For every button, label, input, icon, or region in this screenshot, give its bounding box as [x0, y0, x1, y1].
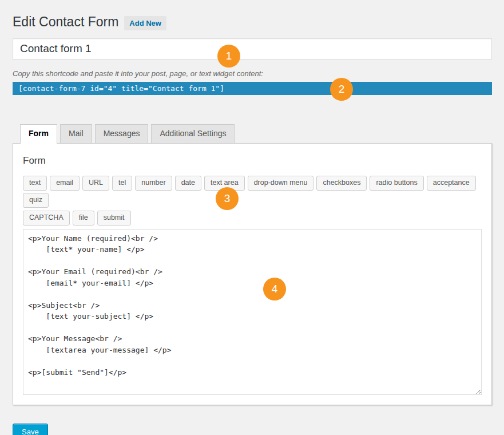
tag-button-file[interactable]: file — [73, 211, 94, 226]
shortcode-input[interactable] — [13, 82, 492, 95]
tag-button-text-area[interactable]: text area — [204, 176, 245, 191]
tag-button-captcha[interactable]: CAPTCHA — [23, 211, 70, 226]
tag-button-checkboxes[interactable]: checkboxes — [316, 176, 367, 191]
tab-additional-settings[interactable]: Additional Settings — [151, 124, 235, 143]
tag-button-email[interactable]: email — [50, 176, 80, 191]
tab-messages[interactable]: Messages — [95, 124, 149, 143]
panel-heading: Form — [23, 155, 482, 167]
shortcode-instruction: Copy this shortcode and paste it into yo… — [13, 69, 492, 78]
tag-button-submit[interactable]: submit — [97, 211, 131, 226]
tag-button-drop-down-menu[interactable]: drop-down menu — [248, 176, 314, 191]
tag-button-quiz[interactable]: quiz — [23, 193, 49, 208]
tag-button-acceptance[interactable]: acceptance — [427, 176, 476, 191]
editor-tabs: Form Mail Messages Additional Settings — [20, 124, 492, 143]
form-title-input[interactable] — [13, 38, 492, 60]
tag-button-tel[interactable]: tel — [112, 176, 132, 191]
tab-mail[interactable]: Mail — [60, 124, 92, 143]
tag-generator-row-2: CAPTCHA file submit — [23, 211, 482, 226]
add-new-button[interactable]: Add New — [124, 16, 166, 30]
tag-generator-row-1: text email URL tel number date text area… — [23, 176, 482, 208]
page-header: Edit Contact Form Add New — [13, 14, 492, 31]
tag-button-number[interactable]: number — [135, 176, 172, 191]
tab-form[interactable]: Form — [20, 124, 57, 144]
form-template-textarea[interactable]: <p>Your Name (required)<br /> [text* you… — [23, 229, 482, 395]
tag-button-text[interactable]: text — [23, 176, 47, 191]
save-button[interactable]: Save — [13, 424, 48, 435]
edit-contact-form-page: 1 2 3 4 Edit Contact Form Add New Copy t… — [0, 0, 504, 435]
tag-button-date[interactable]: date — [175, 176, 201, 191]
form-editor-panel: Form text email URL tel number date text… — [13, 143, 492, 405]
tag-button-radio-buttons[interactable]: radio buttons — [370, 176, 423, 191]
page-title: Edit Contact Form — [13, 14, 118, 31]
tag-button-url[interactable]: URL — [82, 176, 109, 191]
